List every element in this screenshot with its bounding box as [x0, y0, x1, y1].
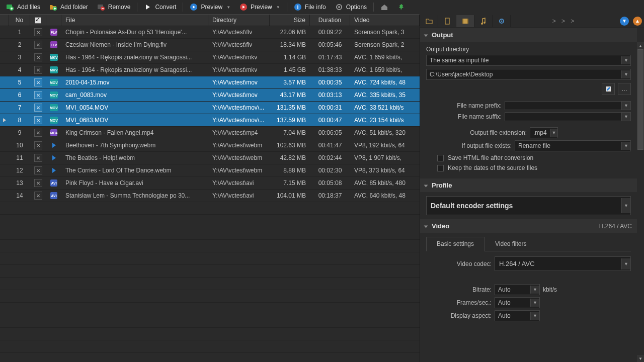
row-remove-button[interactable]: ✕	[30, 164, 46, 176]
tab-document[interactable]	[438, 15, 456, 27]
no-header[interactable]: No	[9, 15, 30, 26]
add-folder-button[interactable]: Add folder	[45, 2, 92, 13]
keep-dates-checkbox[interactable]: Keep the dates of the source files	[437, 164, 631, 171]
file-duration: 00:06:05	[310, 127, 350, 139]
tab-video-filters[interactable]: Video filters	[485, 237, 537, 251]
expander-button[interactable]: > > >	[511, 18, 618, 25]
file-rows: 1✕FLVChopin - Polonaise As-Dur op 53 'He…	[0, 26, 420, 362]
row-remove-button[interactable]: ✕	[30, 26, 46, 38]
row-remove-button[interactable]: ✕	[30, 190, 46, 202]
select-all-checkbox[interactable]	[35, 17, 41, 24]
marker-header[interactable]	[0, 15, 9, 26]
table-row[interactable]: 5✕MOV2010-04-15.movY:\AV\vctest\mov3.57 …	[0, 76, 420, 89]
preview-red-button[interactable]: Preview ▼	[235, 2, 284, 13]
filetype-icon: AVI	[46, 190, 61, 202]
row-remove-button[interactable]: ✕	[30, 152, 46, 164]
output-section-header[interactable]: Output	[420, 28, 637, 42]
scroll-up-icon[interactable]: ▲	[637, 42, 644, 49]
preview-blue-button[interactable]: Preview ▼	[186, 2, 234, 13]
ext-select[interactable]: .mp4▼	[530, 127, 558, 138]
options-label: Options	[346, 4, 367, 11]
chevron-down-icon[interactable]: ▼	[276, 5, 280, 10]
more-path-button[interactable]: …	[618, 83, 631, 95]
table-row[interactable]: 2✕FLVCzesław Niemen - Inside I'm Dying.f…	[0, 39, 420, 51]
table-row[interactable]: 7✕MOVMVI_0054.MOVY:\AV\vctest\mov\...131…	[0, 102, 420, 114]
scroll-up-button[interactable]: ▲	[633, 17, 642, 26]
row-no: 13	[9, 177, 30, 189]
codec-select[interactable]: H.264 / AVC▼	[495, 256, 631, 271]
file-info-button[interactable]: i File info	[290, 2, 330, 13]
file-header[interactable]: File	[61, 15, 208, 26]
table-row[interactable]: 6✕MOVcam_0083.movY:\AV\vctest\mov43.17 M…	[0, 89, 420, 102]
home-button[interactable]	[376, 2, 392, 13]
row-marker	[0, 102, 9, 114]
duration-header[interactable]: Duration	[310, 15, 350, 26]
chevron-down-icon[interactable]: ▼	[226, 5, 230, 10]
options-button[interactable]: Options	[331, 2, 371, 13]
row-remove-button[interactable]: ✕	[30, 51, 46, 63]
exists-select[interactable]: Rename file▼	[515, 140, 631, 151]
table-row[interactable]: 11✕The Beatles - Help!.webmY:\AV\vctest\…	[0, 152, 420, 164]
table-row-empty	[0, 252, 420, 265]
output-dir-select[interactable]: The same as input file ▼	[426, 55, 631, 66]
save-html-checkbox[interactable]: Save HTML file after conversion	[437, 154, 631, 161]
aspect-select[interactable]: Auto▼	[495, 310, 540, 321]
row-remove-button[interactable]: ✕	[30, 39, 46, 51]
bitrate-value: Auto	[498, 286, 527, 293]
edit-path-button[interactable]	[602, 83, 615, 95]
scroll-thumb[interactable]	[637, 49, 643, 150]
file-duration: 00:18:37	[310, 190, 350, 202]
scroll-down-button[interactable]: ▼	[620, 17, 629, 26]
tab-folder[interactable]	[420, 15, 438, 27]
table-row[interactable]: 3✕MKVHas - 1964 - Rękopis znaleziony w S…	[0, 51, 420, 64]
preview-blue-label: Preview	[201, 4, 222, 11]
size-header[interactable]: Size	[270, 15, 310, 26]
tab-audio[interactable]	[474, 15, 493, 27]
table-row[interactable]: 8✕MOVMVI_0683.MOVY:\AV\vctest\mov\...137…	[0, 114, 420, 127]
tab-basic-settings[interactable]: Basic settings	[426, 237, 485, 251]
output-path-select[interactable]: C:\Users\jacek\Desktop ▼	[426, 69, 631, 80]
convert-button[interactable]: Convert	[140, 2, 180, 13]
bitrate-select[interactable]: Auto▼	[495, 284, 540, 295]
remove-button[interactable]: Remove	[93, 2, 135, 13]
pin-button[interactable]	[393, 2, 410, 13]
table-row[interactable]: 13✕AVIPink Floyd - Have a Cigar.aviY:\AV…	[0, 177, 420, 190]
row-remove-button[interactable]: ✕	[30, 114, 46, 126]
profile-section-header[interactable]: Profile	[420, 178, 637, 192]
chevron-down-icon: ▼	[550, 129, 557, 137]
icon-header[interactable]	[46, 15, 61, 26]
fps-select[interactable]: Auto▼	[495, 297, 540, 308]
row-remove-button[interactable]: ✕	[30, 64, 46, 76]
scroll-down-icon[interactable]: ▼	[637, 355, 644, 362]
svg-rect-11	[445, 18, 449, 24]
directory-header[interactable]: Directory	[208, 15, 270, 26]
profile-select[interactable]: Default encoder settings ▼	[426, 196, 631, 215]
row-remove-button[interactable]: ✕	[30, 89, 46, 101]
row-remove-button[interactable]: ✕	[30, 127, 46, 139]
profile-value: Default encoder settings	[431, 202, 618, 210]
tab-video[interactable]	[456, 15, 474, 27]
close-icon: ✕	[34, 41, 42, 49]
filetype-icon: MKV	[46, 64, 61, 76]
row-remove-button[interactable]: ✕	[30, 177, 46, 189]
row-remove-button[interactable]: ✕	[30, 76, 46, 88]
row-remove-button[interactable]: ✕	[30, 139, 46, 151]
table-row[interactable]: 1✕FLVChopin - Polonaise As-Dur op 53 'He…	[0, 26, 420, 39]
chevron-down-icon: ▼	[621, 258, 630, 269]
tab-settings[interactable]	[493, 15, 511, 27]
table-row[interactable]: 10✕Beethoven - 7th Symphony.webmY:\AV\vc…	[0, 139, 420, 152]
side-scrollbar[interactable]: ▲ ▼	[637, 42, 644, 362]
prefix-select[interactable]: ▼	[505, 101, 631, 110]
video-section-header[interactable]: Video H.264 / AVC	[420, 219, 637, 233]
suffix-select[interactable]: ▼	[505, 112, 631, 121]
table-row[interactable]: 12✕The Corries - Lord Of The Dance.webmY…	[0, 164, 420, 177]
file-duration: 00:02:30	[310, 164, 350, 176]
row-remove-button[interactable]: ✕	[30, 102, 46, 114]
row-no: 1	[9, 26, 30, 38]
table-row[interactable]: 14✕AVIStanisław Lem - Summa Technologiae…	[0, 190, 420, 202]
table-row[interactable]: 9✕MP4King Crimson - Fallen Angel.mp4Y:\A…	[0, 127, 420, 139]
add-files-button[interactable]: Add files	[2, 2, 44, 13]
table-row[interactable]: 4✕MKVHas - 1964 - Rękopis znaleziony w S…	[0, 64, 420, 76]
video-header[interactable]: Video	[350, 15, 420, 26]
select-all-header[interactable]	[30, 15, 46, 26]
